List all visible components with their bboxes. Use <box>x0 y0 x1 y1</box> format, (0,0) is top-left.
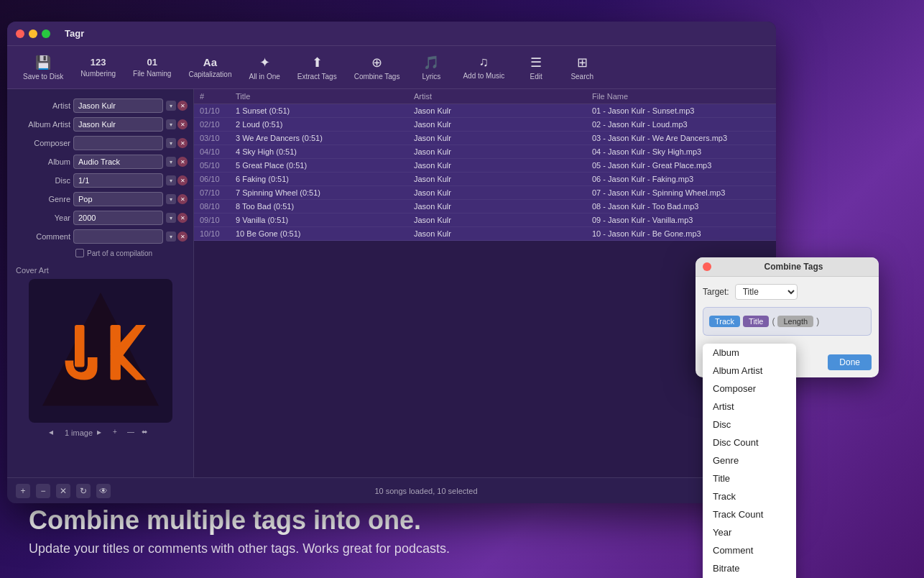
track-num: 08/10 <box>200 202 236 211</box>
dropdown-item-comment[interactable]: Comment <box>703 541 796 559</box>
table-row[interactable]: 05/10 5 Great Place (0:51) Jason Kulr 05… <box>194 159 776 173</box>
table-row[interactable]: 02/10 2 Loud (0:51) Jason Kulr 02 - Jaso… <box>194 118 776 132</box>
dropdown-item-title[interactable]: Title <box>703 469 796 487</box>
artist-dropdown-btn[interactable]: ▾ <box>166 101 176 111</box>
album-dropdown-btn[interactable]: ▾ <box>166 157 176 167</box>
dropdown-item-track[interactable]: Track <box>703 487 796 505</box>
track-artist: Jason Kulr <box>414 161 592 170</box>
album-artist-input[interactable]: Jason Kulr <box>73 117 163 132</box>
year-delete-btn[interactable]: ✕ <box>177 213 188 223</box>
album-value: Audio Track <box>78 157 120 166</box>
save-to-disk-button[interactable]: 💾 Save to Disk <box>16 52 70 83</box>
svg-rect-3 <box>75 325 85 367</box>
tag-dropdown-menu: Album Album Artist Composer Artist Disc … <box>703 344 796 578</box>
comment-delete-btn[interactable]: ✕ <box>177 231 188 242</box>
composer-delete-btn[interactable]: ✕ <box>177 138 188 148</box>
combine-tags-button[interactable]: ⊕ Combine Tags <box>347 52 407 83</box>
cover-art-section: Cover Art <box>7 260 193 444</box>
all-in-one-button[interactable]: ✦ All in One <box>241 52 287 83</box>
maximize-button[interactable] <box>42 29 50 38</box>
edit-label: Edit <box>530 73 542 81</box>
genre-dropdown-btn[interactable]: ▾ <box>166 194 176 204</box>
track-title: 3 We Are Dancers (0:51) <box>236 134 414 142</box>
prev-image-btn[interactable]: ◂ <box>49 427 60 439</box>
dropdown-item-album-artist[interactable]: Album Artist <box>703 362 796 380</box>
comment-dropdown-btn[interactable]: ▾ <box>166 231 176 242</box>
eye-btn[interactable]: 👁 <box>96 484 111 498</box>
album-delete-btn[interactable]: ✕ <box>177 157 188 167</box>
remove-image-btn[interactable]: — <box>127 428 137 438</box>
disc-delete-btn[interactable]: ✕ <box>177 175 188 185</box>
refresh-btn[interactable]: ↻ <box>76 484 91 498</box>
popup-close-btn[interactable] <box>703 262 711 271</box>
lyrics-button[interactable]: 🎵 Lyrics <box>410 52 453 83</box>
year-dropdown-btn[interactable]: ▾ <box>166 213 176 223</box>
add-track-btn[interactable]: + <box>16 484 30 498</box>
year-input[interactable]: 2000 <box>73 211 163 225</box>
track-num: 06/10 <box>200 175 236 183</box>
disc-input[interactable]: 1/1 <box>73 173 163 188</box>
extract-icon: ⬆ <box>312 55 323 70</box>
table-row[interactable]: 03/10 3 We Are Dancers (0:51) Jason Kulr… <box>194 132 776 145</box>
album-label: Album <box>13 157 70 166</box>
dropdown-item-genre[interactable]: Genre <box>703 451 796 469</box>
extract-tags-button[interactable]: ⬆ Extract Tags <box>290 52 344 83</box>
genre-label: Genre <box>13 195 70 203</box>
next-image-btn[interactable]: ▸ <box>97 427 108 439</box>
close-button[interactable] <box>16 29 24 38</box>
table-row[interactable]: 10/10 10 Be Gone (0:51) Jason Kulr 10 - … <box>194 227 776 241</box>
search-button[interactable]: ⊞ Search <box>560 52 604 83</box>
table-row[interactable]: 07/10 7 Spinning Wheel (0:51) Jason Kulr… <box>194 186 776 200</box>
dropdown-item-track-count[interactable]: Track Count <box>703 505 796 523</box>
album-artist-delete-btn[interactable]: ✕ <box>177 119 188 129</box>
composer-input[interactable] <box>73 136 163 150</box>
add-to-music-button[interactable]: ♫ Add to Music <box>456 52 512 83</box>
capitalization-button[interactable]: Aa Capitalization <box>181 53 239 81</box>
dropdown-item-composer[interactable]: Composer <box>703 380 796 398</box>
genre-delete-btn[interactable]: ✕ <box>177 194 188 204</box>
table-row[interactable]: 08/10 8 Too Bad (0:51) Jason Kulr 08 - J… <box>194 200 776 214</box>
dropdown-item-album[interactable]: Album <box>703 344 796 362</box>
disc-dropdown-btn[interactable]: ▾ <box>166 175 176 185</box>
dropdown-item-year[interactable]: Year <box>703 523 796 541</box>
dropdown-item-artist[interactable]: Artist <box>703 398 796 416</box>
genre-input[interactable]: Pop <box>73 192 163 206</box>
window-title: Tagr <box>65 28 84 39</box>
composer-dropdown-btn[interactable]: ▾ <box>166 138 176 148</box>
file-naming-button[interactable]: 01 File Naming <box>126 54 178 81</box>
target-select[interactable]: Title Comment <box>735 284 798 300</box>
edit-button[interactable]: ☰ Edit <box>514 52 558 83</box>
track-title: 10 Be Gone (0:51) <box>236 229 414 238</box>
add-image-btn[interactable]: + <box>113 428 123 438</box>
remove-track-btn[interactable]: − <box>36 484 50 498</box>
table-row[interactable]: 06/10 6 Faking (0:51) Jason Kulr 06 - Ja… <box>194 173 776 186</box>
composer-controls: ▾ ✕ <box>166 138 188 148</box>
album-input[interactable]: Audio Track <box>73 155 163 169</box>
dropdown-item-disc[interactable]: Disc <box>703 416 796 434</box>
artist-input[interactable]: Jason Kulr <box>73 98 163 113</box>
table-row[interactable]: 01/10 1 Sunset (0:51) Jason Kulr 01 - Ja… <box>194 104 776 118</box>
comment-field-row: Comment ▾ ✕ <box>7 227 193 246</box>
comment-input[interactable] <box>73 229 163 244</box>
dropdown-item-disc-count[interactable]: Disc Count <box>703 434 796 451</box>
artist-delete-btn[interactable]: ✕ <box>177 101 188 111</box>
compilation-checkbox[interactable] <box>75 249 84 257</box>
minimize-button[interactable] <box>29 29 37 38</box>
track-num: 07/10 <box>200 188 236 197</box>
album-artist-dropdown-btn[interactable]: ▾ <box>166 119 176 129</box>
dropdown-item-bitrate[interactable]: Bitrate <box>703 559 796 577</box>
svg-marker-0 <box>42 293 159 406</box>
done-btn[interactable]: Done <box>828 354 872 370</box>
close-track-btn[interactable]: ✕ <box>56 484 70 498</box>
numbering-button[interactable]: 123 Numbering <box>73 54 123 81</box>
compilation-row: Part of a compilation <box>7 246 193 260</box>
artist-label: Artist <box>13 101 70 110</box>
statusbar: + − ✕ ↻ 👁 10 songs loaded, 10 selected ⚙… <box>7 477 776 503</box>
track-tag-pill: Track <box>709 316 740 327</box>
table-row[interactable]: 04/10 4 Sky High (0:51) Jason Kulr 04 - … <box>194 145 776 159</box>
table-row[interactable]: 09/10 9 Vanilla (0:51) Jason Kulr 09 - J… <box>194 214 776 227</box>
export-image-btn[interactable]: ⬌ <box>142 428 152 438</box>
track-file: 10 - Jason Kulr - Be Gone.mp3 <box>592 229 770 238</box>
combine-icon: ⊕ <box>371 55 382 70</box>
track-artist: Jason Kulr <box>414 120 592 129</box>
